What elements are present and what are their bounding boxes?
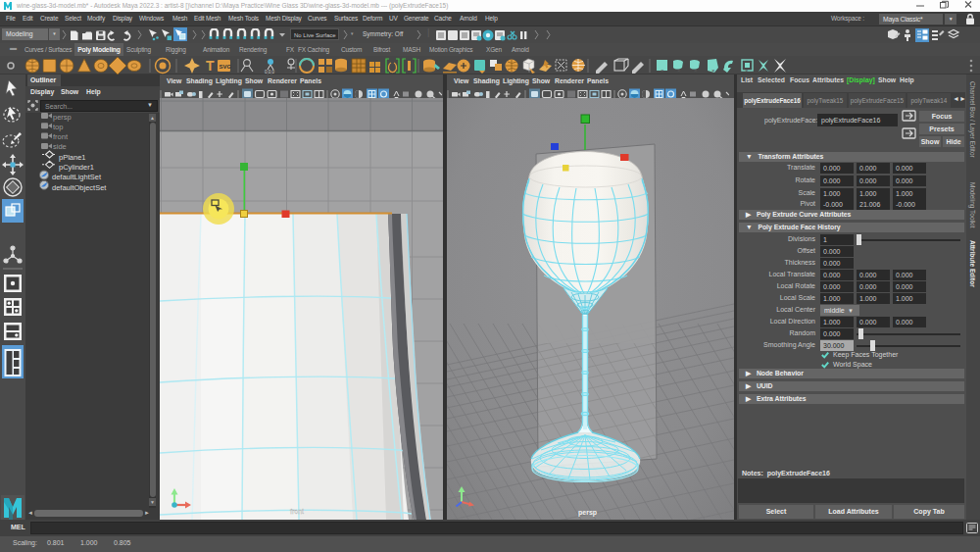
svg-text:T: T <box>206 58 215 74</box>
svg-text:pPlane1: pPlane1 <box>59 153 86 162</box>
svg-text:front: front <box>53 132 69 141</box>
svg-text:×: × <box>745 68 749 74</box>
svg-text:front: front <box>290 508 304 515</box>
svg-text:SVG: SVG <box>220 64 232 70</box>
svg-text:×: × <box>661 68 664 74</box>
svg-text:persp: persp <box>53 113 72 122</box>
svg-text:defaultObjectSet: defaultObjectSet <box>52 183 107 192</box>
svg-text:pCylinder1: pCylinder1 <box>59 163 94 172</box>
svg-text:defaultLightSet: defaultLightSet <box>52 173 102 181</box>
svg-text:×: × <box>694 68 698 74</box>
svg-text:×: × <box>711 68 715 74</box>
svg-text:×: × <box>677 68 681 74</box>
svg-text:0,0,0: 0,0,0 <box>265 70 275 75</box>
svg-text:top: top <box>53 123 63 131</box>
svg-text:side: side <box>53 142 67 151</box>
svg-text:persp: persp <box>578 509 597 517</box>
